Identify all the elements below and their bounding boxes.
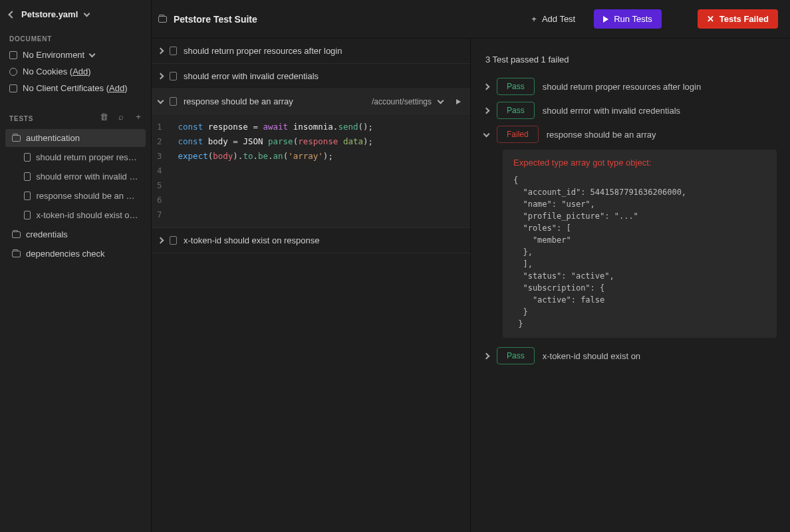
back-icon[interactable] [8, 11, 15, 18]
folder-authentication[interactable]: authentication [5, 129, 146, 147]
file-icon [24, 211, 31, 219]
add-test-button[interactable]: + Add Test [522, 9, 585, 29]
chevron-right-icon [483, 352, 490, 359]
folder-icon [12, 135, 21, 142]
file-icon [170, 236, 177, 245]
request-url[interactable]: /account/settings [372, 97, 432, 106]
code-lines[interactable]: const response = await insomnia.send(); … [172, 114, 380, 227]
test-row[interactable]: should return proper resources after log… [152, 39, 470, 64]
test-row[interactable]: response should be an array /account/set… [152, 89, 470, 114]
test-title: should error with invalid credentials [184, 71, 319, 81]
test-item[interactable]: should return proper resourc... [5, 148, 146, 166]
folder-icon [12, 251, 21, 257]
result-label: should errror with invalid credentials [543, 106, 680, 116]
result-label: should return proper resources after log… [543, 82, 701, 92]
error-message: Expected type array got type object: [513, 158, 766, 168]
result-row[interactable]: Pass should return proper resources afte… [484, 78, 777, 95]
test-item[interactable]: x-token-id should exist on r... [5, 206, 146, 224]
add-cookie-link[interactable]: Add [72, 66, 88, 76]
status-badge: Pass [497, 102, 535, 119]
env-label: No Environment [23, 50, 84, 60]
cert-label: No Client Certificates ( [23, 83, 109, 93]
plus-icon: + [531, 14, 537, 24]
file-icon [24, 192, 31, 200]
document-section-label: DOCUMENT [0, 26, 151, 47]
code-editor[interactable]: 1234567 const response = await insomnia.… [152, 114, 470, 228]
x-icon: ✕ [707, 14, 714, 24]
test-title: x-token-id should exist on response [184, 235, 320, 245]
error-details: Expected type array got type object: { "… [503, 150, 777, 338]
folder-credentials[interactable]: credentials [5, 225, 146, 243]
trash-icon[interactable]: 🗑 [99, 112, 108, 122]
suite-header: Petstore Test Suite + Add Test Run Tests… [152, 0, 790, 39]
status-badge: Pass [497, 347, 535, 364]
chevron-right-icon [158, 48, 164, 55]
test-item[interactable]: should error with invalid cre... [5, 168, 146, 186]
test-row[interactable]: should error with invalid credentials [152, 64, 470, 89]
test-label: should error with invalid cre... [36, 172, 139, 182]
certificate-icon [9, 84, 17, 92]
filename: Petstore.yaml [21, 9, 78, 19]
cookie-icon [9, 68, 17, 76]
play-icon[interactable] [456, 99, 461, 104]
file-header[interactable]: Petstore.yaml [0, 3, 151, 26]
chevron-right-icon [483, 83, 490, 90]
search-icon[interactable]: ⌕ [116, 112, 126, 122]
sidebar: Petstore.yaml DOCUMENT No Environment No… [0, 0, 152, 532]
run-tests-button[interactable]: Run Tests [594, 9, 662, 29]
error-json: { "account_id": 5441587791636206000, "na… [513, 174, 766, 330]
cookies-label: No Cookies ( [23, 66, 72, 76]
test-label: response should be an array [36, 191, 139, 201]
folder-label: dependencies check [26, 249, 105, 259]
results-summary: 3 Test passed 1 failed [485, 55, 777, 65]
suite-title: Petstore Test Suite [174, 14, 257, 25]
certificates-row: No Client Certificates (Add) [0, 80, 151, 96]
result-row[interactable]: Failed response should be an array [484, 126, 777, 143]
chevron-down-icon [89, 51, 96, 58]
plus-icon[interactable]: + [134, 112, 143, 122]
chevron-down-icon[interactable] [438, 98, 444, 104]
result-label: response should be an array [547, 130, 656, 140]
folder-label: authentication [26, 133, 80, 143]
result-row[interactable]: Pass x-token-id should exist on [484, 347, 777, 364]
result-label: x-token-id should exist on [543, 351, 640, 361]
file-icon [170, 47, 177, 55]
file-icon [24, 153, 31, 162]
test-row[interactable]: x-token-id should exist on response [152, 228, 470, 253]
play-icon [603, 16, 608, 23]
tests-column: should return proper resources after log… [152, 39, 471, 532]
tests-section-label: TESTS [9, 107, 33, 126]
result-row[interactable]: Pass should errror with invalid credenti… [484, 102, 777, 119]
chevron-right-icon [158, 237, 164, 244]
test-label: should return proper resourc... [36, 152, 139, 162]
tests-failed-badge[interactable]: ✕ Tests Failed [698, 9, 778, 29]
tests-tree: authentication should return proper reso… [0, 126, 151, 264]
results-column: 3 Test passed 1 failed Pass should retur… [471, 39, 790, 532]
status-badge: Pass [497, 78, 535, 95]
chevron-right-icon [483, 107, 490, 114]
test-title: should return proper resources after log… [184, 46, 342, 56]
gutter: 1234567 [152, 114, 172, 227]
folder-icon [12, 231, 21, 238]
file-icon [170, 97, 177, 106]
add-cert-link[interactable]: Add [109, 83, 124, 93]
test-label: x-token-id should exist on r... [36, 210, 139, 220]
chevron-down-icon[interactable] [84, 11, 90, 17]
folder-dependencies[interactable]: dependencies check [5, 245, 146, 263]
folder-label: credentials [26, 229, 68, 239]
test-item[interactable]: response should be an array [5, 187, 146, 205]
status-badge: Failed [497, 126, 539, 143]
cookies-row: No Cookies (Add) [0, 63, 151, 80]
file-icon [170, 72, 177, 80]
chevron-right-icon [158, 73, 164, 80]
file-icon [24, 172, 31, 181]
folder-icon [158, 16, 167, 23]
chevron-down-icon [483, 130, 490, 137]
chevron-down-icon [158, 98, 164, 104]
test-title: response should be an array [184, 96, 293, 106]
main: Petstore Test Suite + Add Test Run Tests… [152, 0, 790, 532]
environment-selector[interactable]: No Environment [0, 47, 151, 63]
layers-icon [9, 51, 17, 59]
